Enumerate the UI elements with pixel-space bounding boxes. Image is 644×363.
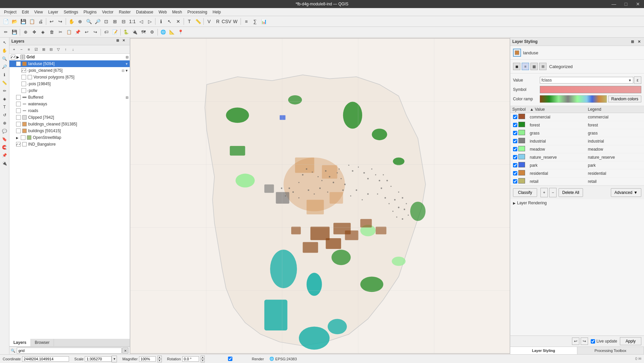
layer-item-buildings-cleaned[interactable]: buildings_cleaned [591385]	[9, 121, 130, 127]
layer-item-roads[interactable]: roads	[9, 107, 130, 114]
layer-checkbox-osm[interactable]	[21, 135, 25, 140]
measure-tool[interactable]: 📏	[1, 79, 8, 87]
zoom-out-btn[interactable]: 🔎	[93, 17, 102, 25]
layer-options-buffered[interactable]: ⊟	[126, 96, 128, 99]
scale-tool[interactable]: ⊕	[1, 119, 8, 127]
layer-checkbox-landuse[interactable]: ✓	[16, 61, 21, 66]
identify-tool[interactable]: ℹ	[1, 71, 8, 79]
map-tips-tool[interactable]: 💬	[1, 127, 8, 135]
zoom-full-btn[interactable]: ⊡	[102, 17, 110, 25]
search-input[interactable]	[17, 348, 122, 354]
layer-filter-landuse[interactable]: ▼	[125, 62, 128, 66]
print-btn[interactable]: 🖨	[37, 17, 45, 25]
scale-input[interactable]	[85, 356, 112, 362]
layer-item-osm[interactable]: ▶ OpenStreetMap	[9, 134, 130, 141]
styling-pin-btn[interactable]: ⊞	[629, 39, 635, 45]
layer-item-pois-cleaned[interactable]: ✓ • pois_cleaned [675] ⊟ ▼	[9, 67, 130, 74]
layers-toggle-btn[interactable]: ☑	[33, 46, 40, 53]
coordinate-input[interactable]	[22, 356, 69, 362]
rule-based-btn[interactable]: ⊞	[539, 63, 546, 70]
crs-item[interactable]: 🌐 EPSG:24383	[269, 357, 297, 361]
rotate-tool[interactable]: ↺	[1, 111, 8, 119]
label-tool-btn[interactable]: 🏷	[102, 28, 110, 36]
layer-group-grid[interactable]: ✓ ▶ Grid ⊟	[9, 54, 130, 60]
zoom-layer-btn[interactable]: ⊟	[120, 17, 128, 25]
layer-checkbox-clipped[interactable]	[16, 115, 21, 120]
maximize-button[interactable]: □	[620, 0, 632, 8]
row-check-meadow[interactable]	[513, 147, 517, 151]
search-clear-btn[interactable]: ✕	[122, 348, 128, 354]
classify-add-btn[interactable]: +	[540, 188, 548, 197]
layers-up-btn[interactable]: ↑	[62, 46, 69, 53]
menu-web[interactable]: Web	[156, 8, 169, 16]
layer-item-pofw[interactable]: • pofw	[9, 87, 130, 94]
annotation-btn[interactable]: 📝	[111, 28, 119, 36]
row-check-industrial[interactable]	[513, 139, 517, 143]
styling-close-btn[interactable]: ✕	[636, 39, 642, 45]
history-undo-btn[interactable]: ↩	[572, 338, 579, 345]
single-symbol-btn[interactable]: ◼	[513, 63, 520, 70]
label-btn[interactable]: T	[185, 17, 193, 25]
menu-processing[interactable]: Processing	[185, 8, 210, 16]
add-wms-btn[interactable]: W	[231, 17, 239, 25]
layer-item-pois[interactable]: • pois [19845]	[9, 81, 130, 87]
quickmap-btn[interactable]: 🗺	[139, 28, 147, 36]
layer-checkbox-pofw[interactable]	[21, 88, 26, 93]
tab-layer-styling[interactable]: Layer Styling	[510, 347, 577, 354]
apply-button[interactable]: Apply	[620, 337, 641, 345]
undo-btn[interactable]: ↩	[48, 17, 56, 25]
layers-remove-btn[interactable]: −	[18, 46, 25, 53]
color-retail[interactable]	[518, 178, 525, 184]
plugins-tool[interactable]: 🔌	[1, 160, 8, 167]
row-check-nature-reserve[interactable]	[513, 155, 517, 159]
layers-panel-close-btn[interactable]: ✕	[122, 39, 128, 44]
symbol-swatch[interactable]	[540, 86, 641, 93]
menu-database[interactable]: Database	[133, 8, 156, 16]
layers-down-btn[interactable]: ↓	[70, 46, 76, 53]
python-console-btn[interactable]: 🐍	[122, 28, 130, 36]
menu-vector[interactable]: Vector	[100, 8, 116, 16]
classify-delete-btn[interactable]: −	[549, 188, 557, 197]
snapping-tool[interactable]: 🧲	[1, 144, 8, 151]
layer-checkbox-voronoi[interactable]	[21, 75, 26, 80]
new-project-btn[interactable]: 📄	[2, 17, 10, 25]
move-feature-btn[interactable]: ✥	[30, 28, 38, 36]
copy-features-btn[interactable]: 📋	[65, 28, 73, 36]
color-forest[interactable]	[518, 122, 525, 127]
menu-mesh[interactable]: Mesh	[170, 8, 185, 16]
layer-filter-grid[interactable]: ⊟	[126, 55, 128, 59]
menu-layer[interactable]: Layer	[46, 8, 61, 16]
zoom-tool[interactable]: 🔍	[1, 55, 8, 62]
save-project-btn[interactable]: 💾	[19, 17, 27, 25]
node-tool-btn[interactable]: ◈	[39, 28, 47, 36]
color-grass[interactable]	[518, 130, 525, 135]
digitize-tool[interactable]: 📌	[1, 152, 8, 159]
close-button[interactable]: ✕	[632, 0, 644, 8]
edit-btn[interactable]: ✏	[2, 28, 10, 36]
add-feature-btn[interactable]: ⊕	[21, 28, 29, 36]
layer-item-bangalore[interactable]: ✓ IND_Bangalore	[9, 141, 130, 148]
layer-item-clipped[interactable]: Clipped [7942]	[9, 114, 130, 121]
measure-btn[interactable]: 📏	[194, 17, 202, 25]
tab-browser[interactable]: Browser	[31, 339, 54, 346]
add-point-btn[interactable]: ⊕	[76, 17, 84, 25]
layer-checkbox-buildings[interactable]	[16, 128, 21, 133]
cut-features-btn[interactable]: ✂	[56, 28, 64, 36]
processing-btn[interactable]: ⚙	[148, 28, 156, 36]
history-redo-btn[interactable]: ↪	[581, 338, 588, 345]
layer-checkbox-grid[interactable]: ✓	[11, 55, 15, 59]
layers-open-attr-btn[interactable]: ≡	[25, 46, 32, 53]
select-feature-tool[interactable]: ↖	[1, 39, 8, 46]
classify-button[interactable]: Classify	[513, 188, 537, 197]
color-residential[interactable]	[518, 170, 525, 175]
layers-filter-btn[interactable]: ▽	[55, 46, 62, 53]
pan-btn[interactable]: ✋	[67, 17, 75, 25]
layers-panel-float-btn[interactable]: ⊞	[116, 39, 122, 44]
menu-plugins[interactable]: Plugins	[81, 8, 99, 16]
color-industrial[interactable]	[518, 138, 525, 143]
layer-item-voronoi[interactable]: Voronoi polygons [675]	[9, 74, 130, 81]
statistics-btn[interactable]: 📊	[260, 17, 268, 25]
field-calc-btn[interactable]: ∑	[251, 17, 259, 25]
random-colors-btn[interactable]: Random colors	[608, 96, 641, 102]
minimize-button[interactable]: —	[608, 0, 620, 8]
